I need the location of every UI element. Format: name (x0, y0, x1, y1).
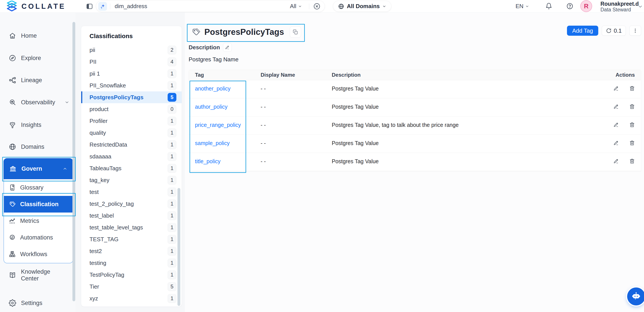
sidebar-item-settings[interactable]: Settings (0, 297, 76, 309)
language-dropdown[interactable]: EN (516, 0, 529, 13)
classification-list-item[interactable]: test 1 (81, 186, 182, 198)
classification-list-item[interactable]: tag_key 1 (81, 174, 182, 186)
classifications-scrollbar[interactable] (178, 188, 180, 306)
search-clear-icon[interactable] (313, 3, 320, 10)
edit-tag-button[interactable] (614, 140, 619, 146)
classification-count-badge: 2 (168, 46, 176, 54)
classification-list-item[interactable]: PostgresPolicyTags 5 (81, 91, 182, 103)
sidebar-item-insights[interactable]: Insights (0, 118, 76, 131)
tag-link[interactable]: price_range_policy (195, 122, 241, 128)
classification-list-item[interactable]: PII_Snowflake 1 (81, 80, 182, 91)
classification-list-item[interactable]: test_2_policy_tag 1 (81, 198, 182, 210)
classification-list-item[interactable]: pii 2 (81, 44, 182, 56)
sidebar-item-domains[interactable]: Domains (0, 140, 76, 153)
classification-list-item[interactable]: test_label 1 (81, 210, 182, 222)
tag-link[interactable]: sample_policy (195, 140, 230, 146)
classification-list-item[interactable]: TEST_TAG 1 (81, 233, 182, 245)
user-menu-chevron-icon[interactable] (638, 4, 643, 9)
classification-name: Tier (90, 283, 99, 290)
classification-count-badge: 1 (168, 199, 176, 208)
sidebar-item-govern[interactable]: Govern (4, 158, 73, 179)
classification-list-item[interactable]: product 0 (81, 103, 182, 115)
edit-tag-button[interactable] (614, 122, 619, 127)
edit-tag-button[interactable] (614, 158, 619, 164)
delete-tag-button[interactable] (629, 104, 635, 109)
collate-logo[interactable]: COLLATE (6, 0, 66, 13)
sidebar-item-metrics[interactable]: Metrics (4, 213, 73, 229)
sidebar-item-lineage[interactable]: Lineage (0, 74, 76, 87)
classification-list-item[interactable]: Tier 5 (81, 281, 182, 292)
search-input[interactable] (114, 3, 290, 10)
tag-link[interactable]: another_policy (195, 85, 231, 92)
copy-name-button[interactable] (290, 26, 301, 38)
delete-tag-button[interactable] (629, 158, 635, 164)
help-icon[interactable] (566, 3, 573, 10)
more-options-button[interactable] (629, 26, 641, 36)
tag-link[interactable]: title_policy (195, 158, 220, 164)
sidebar-item-label: Workflows (20, 251, 47, 258)
column-header-description: Description (332, 72, 597, 78)
sidebar-item-label: Observability (21, 99, 55, 106)
version-button[interactable]: 0.1 (602, 26, 626, 36)
chatbot-button[interactable] (627, 287, 644, 305)
sidebar-item-explore[interactable]: Explore (0, 52, 76, 64)
classification-count-badge: 1 (168, 258, 176, 267)
classification-list-item[interactable]: Profiler 1 (81, 115, 182, 127)
tag-link[interactable]: author_policy (195, 104, 228, 110)
domains-filter-dropdown[interactable]: All Domains (333, 1, 391, 12)
classification-name: test_label (90, 212, 114, 219)
classification-count-badge: 1 (168, 152, 176, 161)
sidebar-item-observability[interactable]: Observability (0, 96, 76, 109)
automations-icon (9, 234, 16, 241)
classification-list-item[interactable]: test_table_level_tags 1 (81, 222, 182, 233)
classification-list-item[interactable]: pii 1 1 (81, 68, 182, 80)
delete-tag-button[interactable] (629, 122, 635, 127)
classification-list-item[interactable]: TableauTags 1 (81, 162, 182, 174)
search-scope-dropdown[interactable]: All (290, 3, 302, 10)
classification-list-item[interactable]: PII 4 (81, 56, 182, 68)
sidebar-item-workflows[interactable]: Workflows (4, 246, 73, 262)
classification-list-item[interactable]: sdaaaaa 1 (81, 150, 182, 162)
classification-list-item[interactable]: testing 1 (81, 257, 182, 269)
sidebar-item-home[interactable]: Home (0, 29, 76, 42)
sidebar-scrollbar[interactable] (72, 22, 75, 301)
user-name: Rounakpreet.d (600, 1, 639, 7)
global-search-bar[interactable]: All (96, 1, 324, 12)
avatar-initial: R (584, 3, 589, 10)
add-tag-button[interactable]: Add Tag (567, 26, 598, 36)
sidebar-item-glossary[interactable]: Glossary (4, 179, 73, 196)
classification-count-badge: 1 (168, 164, 176, 173)
edit-description-button[interactable] (223, 43, 232, 52)
user-menu[interactable]: Rounakpreet.d Data Steward (600, 1, 639, 13)
classification-list-item[interactable]: test2 1 (81, 245, 182, 257)
classification-list-item[interactable]: RestrictedData 1 (81, 139, 182, 150)
sidebar-item-automations[interactable]: Automations (4, 229, 73, 246)
classifications-list: pii 2 PII 4 pii 1 1 PII_Snowflake 1 Post… (81, 44, 182, 304)
description-text: Postgres Tag Name (189, 56, 238, 63)
classification-list-item[interactable]: TestPolicyTag 1 (81, 269, 182, 281)
classification-list-item[interactable]: xyz 1 (81, 292, 182, 304)
column-header-actions: Actions (597, 72, 641, 78)
classifications-panel: Classifications pii 2 PII 4 pii 1 1 PII_… (81, 26, 182, 307)
pencil-icon (614, 140, 619, 145)
classification-count-badge: 1 (168, 188, 176, 196)
edit-tag-button[interactable] (614, 85, 619, 91)
pencil-icon (614, 104, 619, 109)
classification-list-item[interactable]: quality 1 (81, 127, 182, 139)
sidebar-item-classification[interactable]: Classification (4, 196, 73, 213)
sidebar-toggle-icon[interactable] (86, 3, 93, 10)
classification-name: TableauTags (90, 165, 122, 172)
edit-tag-button[interactable] (614, 104, 619, 109)
table-row: sample_policy - - Postgres Tag Value (189, 135, 641, 153)
sidebar-item-label: Explore (21, 55, 41, 62)
trash-icon (629, 104, 635, 109)
column-header-tag: Tag (189, 72, 260, 78)
user-avatar[interactable]: R (580, 0, 592, 12)
display-name-cell: - - (260, 153, 332, 171)
delete-tag-button[interactable] (629, 140, 635, 146)
settings-gear-icon (9, 299, 16, 307)
notifications-bell-icon[interactable] (545, 3, 552, 10)
delete-tag-button[interactable] (629, 85, 635, 91)
sidebar-item-knowledge-center[interactable]: Knowledge Center (0, 269, 76, 281)
user-role: Data Steward (600, 7, 639, 13)
